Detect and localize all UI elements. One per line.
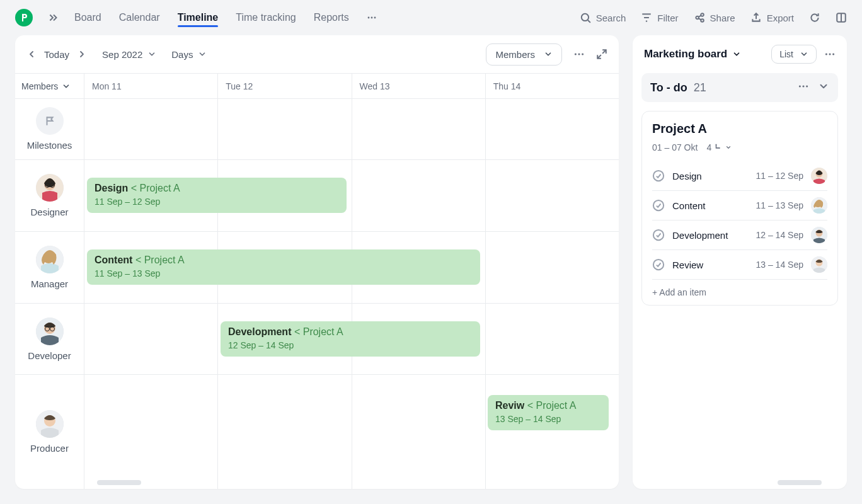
timeline-panel: Today Sep 2022 Days Members (15, 35, 619, 489)
timeline-row-developer[interactable]: Development < Project A 12 Sep – 14 Sep (84, 304, 619, 375)
check-circle-icon[interactable] (652, 199, 665, 212)
row-header-milestones: Milestones (15, 99, 84, 160)
timeline-toolbar: Today Sep 2022 Days Members (15, 35, 619, 73)
timeline-row-designer[interactable]: Design < Project A 11 Sep – 12 Sep (84, 160, 619, 232)
task-item[interactable]: Development 12 – 14 Sep (652, 220, 827, 250)
chevron-down-icon (818, 81, 829, 92)
search-button[interactable]: Search (580, 12, 626, 23)
section-header-todo[interactable]: To - do 21 (641, 73, 838, 102)
assignee-avatar[interactable] (811, 227, 827, 243)
nav-tabs: Board Calendar Timeline Time tracking Re… (74, 3, 377, 32)
card-daterange: 01 – 07 Okt (652, 142, 698, 152)
card-subtask-count: 4 (706, 142, 732, 152)
section-collapse-button[interactable] (818, 81, 829, 94)
tab-reports[interactable]: Reports (314, 3, 349, 32)
view-mode-select[interactable]: List (771, 45, 817, 64)
task-item-range: 11 – 12 Sep (756, 171, 803, 181)
day-column-head: Tue 12 (218, 74, 352, 98)
check-circle-icon[interactable] (652, 258, 665, 271)
row-group-select[interactable]: Members (15, 74, 84, 99)
prev-period-button[interactable] (26, 49, 37, 59)
board-select[interactable]: Marketing board (644, 48, 764, 60)
assignee-avatar[interactable] (811, 256, 827, 273)
flag-icon (44, 115, 55, 127)
layout-toggle-button[interactable] (836, 12, 847, 23)
task-dates: 11 Sep – 12 Sep (95, 197, 339, 207)
task-name: Development (228, 326, 291, 337)
milestone-icon-circle (36, 107, 64, 135)
task-list: Design 11 – 12 Sep Content 11 – 13 Sep (652, 161, 827, 280)
tab-time-tracking[interactable]: Time tracking (236, 3, 296, 32)
side-panel-scrollbar[interactable] (778, 480, 822, 485)
role-label: Manager (31, 278, 68, 289)
day-column-head: Thu 14 (486, 74, 619, 98)
task-item-name: Review (672, 260, 748, 270)
task-dates: 12 Sep – 14 Sep (228, 340, 473, 350)
tab-calendar[interactable]: Calendar (119, 3, 160, 32)
chevron-down-icon (732, 50, 741, 59)
project-card[interactable]: Project A 01 – 07 Okt 4 Design 11 – 12 S… (641, 111, 838, 306)
export-label: Export (767, 13, 794, 23)
avatar-producer (36, 410, 64, 438)
task-card-design[interactable]: Design < Project A 11 Sep – 12 Sep (87, 178, 347, 213)
task-item[interactable]: Review 13 – 14 Sep (652, 250, 827, 280)
task-card-review[interactable]: Reviw < Project A 13 Sep – 14 Sep (488, 395, 609, 430)
export-icon (750, 12, 762, 23)
grouping-select[interactable]: Members (486, 43, 562, 66)
more-icon (824, 49, 836, 60)
tab-more[interactable] (367, 3, 377, 32)
task-dates: 13 Sep – 14 Sep (495, 414, 601, 424)
timeline-row-milestones[interactable] (84, 99, 619, 160)
timeline-more-button[interactable] (573, 49, 585, 60)
assignee-avatar[interactable] (811, 197, 827, 214)
chevron-down-icon (800, 50, 808, 59)
chevron-down-icon (198, 50, 207, 59)
timeline-row-producer[interactable]: Reviw < Project A 13 Sep – 14 Sep (84, 375, 619, 489)
timeline-row-manager[interactable]: Content < Project A 11 Sep – 13 Sep (84, 232, 619, 304)
section-count: 21 (694, 81, 706, 94)
task-card-content[interactable]: Content < Project A 11 Sep – 13 Sep (87, 249, 480, 285)
task-item[interactable]: Content 11 – 13 Sep (652, 191, 827, 220)
tab-board[interactable]: Board (74, 3, 101, 32)
check-circle-icon[interactable] (652, 169, 665, 182)
section-more-button[interactable] (798, 81, 809, 94)
task-item-name: Development (672, 230, 748, 241)
grouping-label: Members (495, 49, 535, 60)
horizontal-scrollbar[interactable] (97, 480, 141, 485)
task-name: Reviw (495, 400, 524, 411)
add-item-button[interactable]: + Add an item (652, 280, 827, 299)
task-dates: 11 Sep – 13 Sep (95, 268, 473, 278)
day-column-head: Wed 13 (352, 74, 486, 98)
sidebar-collapse-button[interactable] (48, 12, 59, 23)
task-name: Design (95, 183, 128, 193)
task-item[interactable]: Design 11 – 12 Sep (652, 161, 827, 191)
task-project: < Project A (131, 183, 180, 193)
share-icon (694, 12, 705, 23)
next-period-button[interactable] (77, 49, 87, 59)
chevron-left-icon (26, 49, 37, 59)
side-panel-more-button[interactable] (824, 49, 836, 60)
row-header-producer: Producer (15, 375, 84, 489)
share-button[interactable]: Share (694, 12, 735, 23)
today-button[interactable]: Today (44, 49, 69, 60)
task-card-development[interactable]: Development < Project A 12 Sep – 14 Sep (221, 321, 480, 357)
task-item-name: Design (672, 171, 748, 181)
side-panel: Marketing board List To - do 21 P (633, 35, 847, 489)
share-label: Share (710, 13, 735, 23)
filter-button[interactable]: Filter (641, 12, 678, 23)
expand-icon (596, 49, 607, 60)
tab-timeline[interactable]: Timeline (178, 3, 219, 32)
export-button[interactable]: Export (750, 12, 794, 23)
refresh-button[interactable] (809, 12, 820, 23)
check-circle-icon[interactable] (652, 229, 665, 241)
granularity-select[interactable]: Days (171, 49, 207, 60)
topbar: Board Calendar Timeline Time tracking Re… (0, 0, 862, 35)
assignee-avatar[interactable] (811, 168, 827, 184)
app-logo[interactable] (15, 9, 33, 26)
month-select[interactable]: Sep 2022 (102, 49, 156, 60)
fullscreen-button[interactable] (596, 49, 607, 60)
refresh-icon (809, 12, 820, 23)
task-project: < Project A (527, 400, 577, 411)
task-project: < Project A (294, 326, 343, 337)
board-title: Marketing board (644, 48, 727, 60)
